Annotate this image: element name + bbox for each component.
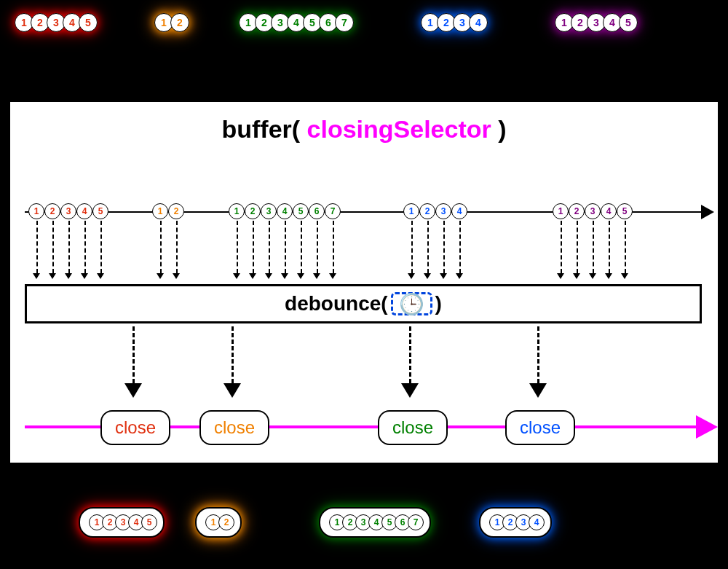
marble: 2 — [168, 203, 184, 219]
emit-arrow — [411, 221, 413, 273]
emit-arrowhead — [81, 273, 88, 279]
title-buffer-text: buffer( — [221, 115, 306, 143]
emit-arrowhead — [424, 273, 431, 279]
input-burst: 1234567 — [239, 13, 351, 32]
emit-arrow — [52, 221, 54, 273]
debounce-box: debounce( 🕒 ) — [25, 284, 702, 323]
emit-arrowhead — [173, 273, 180, 279]
marble: 7 — [408, 514, 424, 530]
marble: 1 — [229, 203, 245, 219]
debounce-label-post: ) — [435, 292, 442, 315]
marble: 6 — [309, 203, 325, 219]
marble: 4 — [469, 13, 488, 32]
emit-arrow — [160, 221, 162, 273]
emit-arrowhead — [573, 273, 580, 279]
emit-arrow — [593, 221, 594, 273]
emit-arrow — [625, 221, 626, 273]
emit-arrow — [333, 221, 334, 273]
input-burst: 12345 — [555, 13, 635, 32]
emit-arrow — [609, 221, 610, 273]
input-burst-row: 12345121234567123412345 — [0, 10, 728, 47]
output-row: 123451212345671234 — [0, 507, 728, 558]
emit-arrowhead — [157, 273, 164, 279]
emit-arrow — [100, 221, 102, 273]
emit-arrowhead — [589, 273, 596, 279]
title-end: ) — [491, 115, 507, 143]
emit-arrowhead — [297, 273, 304, 279]
emit-arrowhead — [281, 273, 288, 279]
input-burst: 1234 — [421, 13, 485, 32]
marble: 5 — [293, 203, 309, 219]
source-arrowhead — [701, 205, 714, 219]
marble: 1 — [403, 203, 419, 219]
emit-arrow — [427, 221, 429, 273]
marble: 4 — [451, 203, 467, 219]
marble: 3 — [261, 203, 277, 219]
title-closing-selector: closingSelector — [307, 115, 491, 143]
marble: 2 — [218, 514, 234, 530]
emit-arrow — [237, 221, 238, 273]
marble: 5 — [92, 203, 108, 219]
emit-arrowhead — [557, 273, 564, 279]
marble: 2 — [245, 203, 261, 219]
buffered-output: 1234 — [479, 507, 552, 538]
emit-arrowhead — [249, 273, 256, 279]
debounce-arrow — [537, 326, 539, 383]
marble: 7 — [335, 13, 354, 32]
debounce-arrow — [232, 326, 234, 383]
emit-arrow — [317, 221, 318, 273]
debounce-arrowhead — [124, 383, 142, 398]
operator-panel: buffer( closingSelector ) 12345121234567… — [9, 101, 719, 464]
emit-arrow — [253, 221, 254, 273]
close-signal: close — [378, 410, 448, 445]
debounce-arrow — [409, 326, 411, 383]
debounce-arrowhead — [529, 383, 547, 398]
marble: 2 — [44, 203, 60, 219]
close-signal: close — [100, 410, 170, 445]
marble: 1 — [28, 203, 44, 219]
emit-arrowhead — [440, 273, 447, 279]
marble: 1 — [553, 203, 569, 219]
emit-arrow — [36, 221, 38, 273]
marble: 5 — [79, 13, 98, 32]
buffered-output: 1234567 — [319, 507, 431, 538]
emit-arrowhead — [97, 273, 104, 279]
emit-arrowhead — [456, 273, 463, 279]
marble: 2 — [569, 203, 585, 219]
emit-arrow — [301, 221, 302, 273]
marble: 5 — [141, 514, 157, 530]
emit-arrow — [459, 221, 461, 273]
emit-arrow — [561, 221, 562, 273]
emit-arrow — [285, 221, 286, 273]
debounce-arrowhead — [401, 383, 419, 398]
input-burst: 12 — [154, 13, 186, 32]
emit-arrowhead — [313, 273, 320, 279]
emit-arrowhead — [265, 273, 272, 279]
emit-arrowhead — [621, 273, 628, 279]
clock-icon: 🕒 — [391, 292, 432, 315]
emit-arrow — [176, 221, 178, 273]
emit-arrowhead — [49, 273, 56, 279]
marble: 4 — [76, 203, 92, 219]
panel-title: buffer( closingSelector ) — [10, 115, 718, 144]
marble: 1 — [152, 203, 168, 219]
debounce-label-pre: debounce( — [285, 292, 388, 315]
emit-arrow — [269, 221, 270, 273]
emit-arrow — [84, 221, 86, 273]
input-burst: 12345 — [15, 13, 95, 32]
buffered-output: 12345 — [79, 507, 165, 538]
emit-arrowhead — [65, 273, 72, 279]
emit-arrow — [577, 221, 578, 273]
emit-arrowhead — [233, 273, 240, 279]
marble: 4 — [601, 203, 617, 219]
marble: 4 — [277, 203, 293, 219]
marble: 5 — [617, 203, 633, 219]
emit-arrow — [443, 221, 445, 273]
marble: 7 — [325, 203, 341, 219]
emit-arrowhead — [329, 273, 336, 279]
debounce-arrow — [132, 326, 135, 383]
marble: 3 — [585, 203, 601, 219]
marble: 3 — [60, 203, 76, 219]
marble: 2 — [170, 13, 189, 32]
marble: 3 — [435, 203, 451, 219]
